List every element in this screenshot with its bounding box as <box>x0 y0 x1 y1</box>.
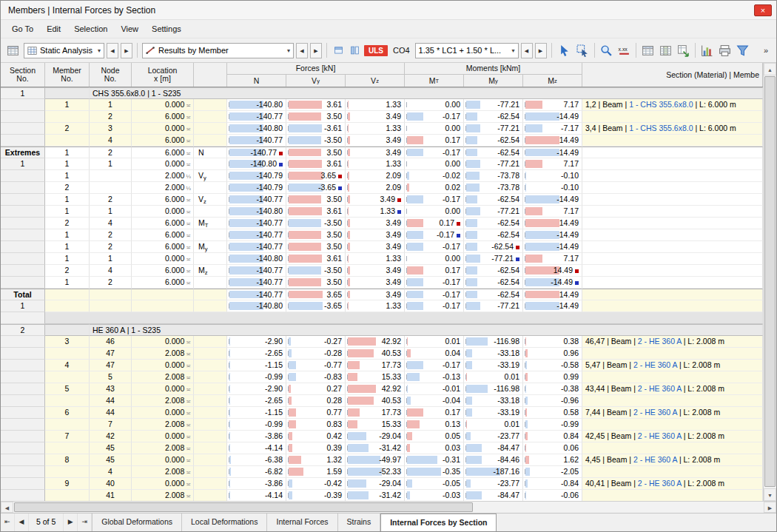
menu-view[interactable]: View <box>114 22 145 36</box>
cell-mz[interactable]: -2.05 <box>523 466 582 478</box>
cell-mt[interactable]: 0.13 <box>405 419 464 431</box>
section-no-cell[interactable] <box>1 135 45 147</box>
member-no-cell[interactable]: 1 <box>45 147 90 158</box>
cell-n[interactable]: -1.15 <box>227 407 286 419</box>
location-cell[interactable]: 6.000≍ <box>132 229 194 241</box>
cell-vz[interactable]: -31.42 <box>346 442 405 454</box>
decimal-places-icon[interactable]: x.xx <box>616 42 633 59</box>
member-no-cell[interactable] <box>45 466 90 478</box>
node-no-cell[interactable]: 1 <box>90 158 132 170</box>
node-no-cell[interactable]: 2 <box>90 241 132 253</box>
cell-mt[interactable]: 0.01 <box>405 336 464 348</box>
section-description-cell[interactable] <box>582 182 763 194</box>
cell-mz[interactable]: 14.49 <box>523 265 582 277</box>
location-cell[interactable]: 2.000⅓ <box>132 170 194 182</box>
cell-mt[interactable]: -0.13 <box>405 371 464 383</box>
cell-my[interactable]: -77.21 <box>464 206 523 218</box>
cell-mz[interactable]: -14.49 <box>523 111 582 123</box>
section-no-cell[interactable] <box>1 395 45 407</box>
cell-mz[interactable]: -7.17 <box>523 123 582 135</box>
section-description-cell[interactable] <box>582 289 763 300</box>
horizontal-scroll-thumb[interactable] <box>14 502 473 512</box>
location-cell[interactable]: 0.000≍ <box>132 478 194 490</box>
cell-vz[interactable]: 3.49 <box>346 289 405 300</box>
node-no-cell[interactable]: 42 <box>90 431 132 442</box>
section-description-cell[interactable] <box>582 170 763 182</box>
member-no-cell[interactable]: 2 <box>45 218 90 229</box>
member-no-cell[interactable]: 7 <box>45 431 90 442</box>
cell-mt[interactable]: 0.03 <box>405 442 464 454</box>
section-no-cell[interactable] <box>1 454 45 466</box>
location-cell[interactable]: 2.008≍ <box>132 419 194 431</box>
cell-mt[interactable]: -0.17 <box>405 229 464 241</box>
cell-vy[interactable]: 3.50 <box>286 229 346 241</box>
last-table-button[interactable]: ⇥ <box>78 514 92 531</box>
section-description-cell[interactable] <box>582 253 763 265</box>
location-cell[interactable]: 0.000≍ <box>132 158 194 170</box>
section-description-cell[interactable]: 1,2 | Beam | 1 - CHS 355.6x8.0 | L: 6.00… <box>582 99 763 111</box>
cell-vz[interactable]: 1.33 <box>346 300 405 312</box>
cell-my[interactable]: -73.78 <box>464 170 523 182</box>
cell-mz[interactable]: -14.49 <box>523 277 582 289</box>
cell-mt[interactable]: 0.00 <box>405 99 464 111</box>
cell-vy[interactable]: 0.39 <box>286 442 346 454</box>
cell-mt[interactable]: -0.03 <box>405 490 464 501</box>
cell-n[interactable]: -140.80 <box>227 123 286 135</box>
cell-vy[interactable]: 0.83 <box>286 419 346 431</box>
cell-mt[interactable]: -0.17 <box>405 147 464 158</box>
section-no-cell[interactable] <box>1 490 45 501</box>
analysis-prev-button[interactable]: ◀ <box>107 43 118 58</box>
section-no-cell[interactable] <box>1 229 45 241</box>
member-no-cell[interactable]: 2 <box>45 123 90 135</box>
cell-my[interactable]: -33.19 <box>464 360 523 371</box>
cell-mt[interactable]: -0.31 <box>405 454 464 466</box>
cell-my[interactable]: -77.21 <box>464 123 523 135</box>
node-no-cell[interactable]: 3 <box>90 123 132 135</box>
cell-my[interactable]: -77.21 <box>464 158 523 170</box>
section-description-cell[interactable]: 4,45 | Beam | 2 - HE 360 A | L: 2.008 m <box>582 454 763 466</box>
cell-n[interactable]: -0.99 <box>227 371 286 383</box>
member-no-cell[interactable] <box>45 111 90 123</box>
cell-vz[interactable]: 42.92 <box>346 383 405 395</box>
node-no-cell[interactable]: 2 <box>90 111 132 123</box>
member-no-cell[interactable] <box>45 442 90 454</box>
results-next-button[interactable]: ▶ <box>310 43 322 58</box>
cell-mz[interactable]: -0.96 <box>523 395 582 407</box>
cell-vz[interactable]: 1.33 <box>346 99 405 111</box>
member-no-cell[interactable] <box>45 289 90 300</box>
cell-vy[interactable]: 0.27 <box>286 383 346 395</box>
location-cell[interactable]: 0.000≍ <box>132 454 194 466</box>
cell-n[interactable]: -140.79 <box>227 170 286 182</box>
section-no-cell[interactable] <box>1 348 45 360</box>
cell-vy[interactable]: -0.28 <box>286 348 346 360</box>
location-cell[interactable]: 6.000≍ <box>132 277 194 289</box>
cell-mt[interactable]: 0.17 <box>405 265 464 277</box>
section-no-cell[interactable] <box>1 478 45 490</box>
cell-n[interactable]: -140.77 <box>227 265 286 277</box>
cell-vz[interactable]: 3.49 <box>346 194 405 206</box>
member-no-cell[interactable] <box>45 135 90 147</box>
member-no-cell[interactable] <box>45 395 90 407</box>
location-cell[interactable]: 2.008≍ <box>132 490 194 501</box>
cell-vy[interactable]: -0.39 <box>286 490 346 501</box>
cell-mt[interactable]: -0.02 <box>405 170 464 182</box>
node-no-cell[interactable]: 47 <box>90 360 132 371</box>
section-no-cell[interactable] <box>1 241 45 253</box>
cell-vz[interactable]: 1.33 <box>346 123 405 135</box>
cell-vy[interactable]: -3.50 <box>286 135 346 147</box>
cell-n[interactable]: -140.80 <box>227 253 286 265</box>
cell-my[interactable]: -23.77 <box>464 431 523 442</box>
cell-mt[interactable]: -0.17 <box>405 111 464 123</box>
cell-vy[interactable]: 0.77 <box>286 407 346 419</box>
cell-n[interactable]: -6.82 <box>227 466 286 478</box>
results-prev-button[interactable]: ◀ <box>296 43 308 58</box>
cell-mt[interactable]: -0.17 <box>405 194 464 206</box>
section-description-cell[interactable] <box>582 241 763 253</box>
cell-vz[interactable]: -29.04 <box>346 478 405 490</box>
cell-mt[interactable]: -0.17 <box>405 277 464 289</box>
cell-n[interactable]: -3.86 <box>227 478 286 490</box>
cell-mz[interactable]: -0.10 <box>523 182 582 194</box>
cell-mz[interactable]: 7.17 <box>523 206 582 218</box>
cell-vz[interactable]: 40.53 <box>346 348 405 360</box>
cell-vz[interactable]: -29.04 <box>346 431 405 442</box>
